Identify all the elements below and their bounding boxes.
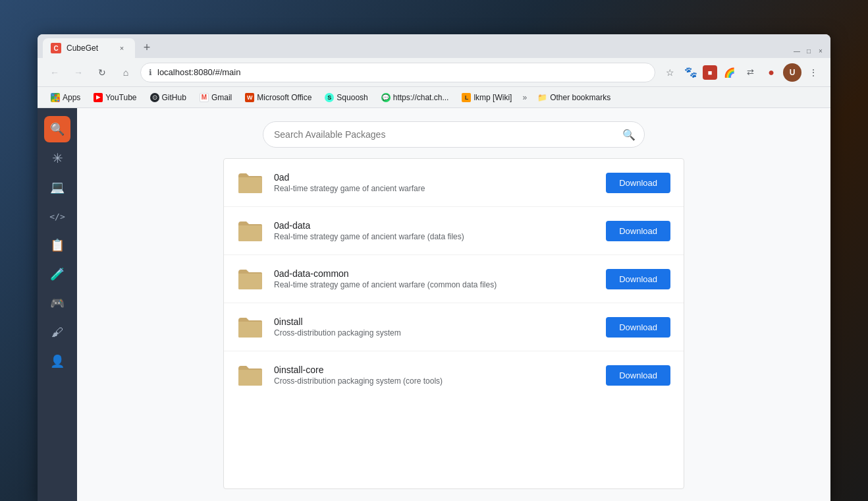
search-input[interactable] xyxy=(263,121,645,148)
navigation-bar: ← → ↻ ⌂ ℹ localhost:8080/#/main ☆ 🐾 ■ 🌈 … xyxy=(38,58,830,87)
download-button-0ad-data-common[interactable]: Download xyxy=(606,269,670,289)
search-icon: 🔍 xyxy=(50,122,65,136)
bookmark-lkmp[interactable]: L lkmp [Wiki] xyxy=(456,92,517,103)
bookmark-gmail[interactable]: M Gmail xyxy=(194,92,237,103)
packages-list: 0ad Real-time strategy game of ancient w… xyxy=(223,158,684,489)
package-name-0install-core: 0install-core xyxy=(274,365,595,375)
package-icon-0install xyxy=(237,314,263,340)
main-content-area: 🔍 0ad Real-time strategy game of ancient… xyxy=(77,108,830,501)
close-button[interactable]: × xyxy=(816,46,825,55)
package-info-0ad: 0ad Real-time strategy game of ancient w… xyxy=(274,172,595,193)
home-button[interactable]: ⌂ xyxy=(117,63,135,82)
bookmark-lkmp-label: lkmp [Wiki] xyxy=(474,93,512,102)
package-icon-0ad-data xyxy=(237,218,263,244)
other-bookmarks-label: Other bookmarks xyxy=(550,93,610,102)
page-content: 🔍 ✳ 💻 </> 📋 🧪 🎮 🖌 xyxy=(38,108,830,501)
laptop-icon: 💻 xyxy=(50,180,65,194)
gnome-ext-icon[interactable]: 🐾 xyxy=(682,63,700,82)
tab-favicon: C xyxy=(51,43,61,53)
bookmark-apps[interactable]: Apps xyxy=(45,92,86,103)
minimize-button[interactable]: — xyxy=(792,46,801,55)
gmail-favicon: M xyxy=(200,93,209,102)
squoosh-favicon: S xyxy=(325,93,334,102)
download-button-0ad-data[interactable]: Download xyxy=(606,221,670,241)
ext5-icon[interactable]: ● xyxy=(762,63,780,82)
other-bookmarks[interactable]: 📁 Other bookmarks xyxy=(532,92,616,103)
bookmark-youtube[interactable]: ▶ YouTube xyxy=(88,92,142,103)
download-button-0install[interactable]: Download xyxy=(606,317,670,338)
gamepad-icon: 🎮 xyxy=(50,296,65,310)
profile-avatar[interactable]: U xyxy=(783,63,801,82)
download-button-0install-core[interactable]: Download xyxy=(606,365,670,386)
bookmarks-bar: Apps ▶ YouTube ⊙ GitHub M Gmail W Micros… xyxy=(38,87,830,108)
folder-icon: 📁 xyxy=(537,93,547,102)
package-name-0install: 0install xyxy=(274,316,595,327)
package-desc-0ad-data: Real-time strategy game of ancient warfa… xyxy=(274,232,595,241)
search-wrapper: 🔍 xyxy=(263,121,645,148)
bookmark-star-button[interactable]: ☆ xyxy=(661,63,679,82)
reload-button[interactable]: ↻ xyxy=(93,63,111,82)
search-magnifier-icon: 🔍 xyxy=(622,129,636,141)
bookmarks-more-button[interactable]: » xyxy=(520,92,529,103)
bookmark-squoosh-label: Squoosh xyxy=(337,93,367,102)
nav-icons: ☆ 🐾 ■ 🌈 ⇄ ● U ⋮ xyxy=(661,63,823,82)
person-icon: 👤 xyxy=(50,354,65,368)
sidebar-item-person[interactable]: 👤 xyxy=(44,348,70,374)
book-icon: 📋 xyxy=(50,238,65,252)
new-tab-button[interactable]: + xyxy=(138,38,156,57)
window-controls: — □ × xyxy=(792,46,825,55)
github-favicon: ⊙ xyxy=(150,93,159,102)
maximize-button[interactable]: □ xyxy=(804,46,813,55)
active-tab[interactable]: C CubeGet × xyxy=(43,38,135,58)
ext4-icon[interactable]: ⇄ xyxy=(741,63,759,82)
sidebar: 🔍 ✳ 💻 </> 📋 🧪 🎮 🖌 xyxy=(38,108,77,501)
office-favicon: W xyxy=(245,93,254,102)
more-button[interactable]: ⋮ xyxy=(804,63,823,82)
ext3-icon[interactable]: 🌈 xyxy=(720,63,738,82)
sidebar-item-book[interactable]: 📋 xyxy=(44,232,70,258)
forward-button[interactable]: → xyxy=(69,63,88,82)
sidebar-item-asterisk[interactable]: ✳ xyxy=(44,145,70,171)
sidebar-item-laptop[interactable]: 💻 xyxy=(44,174,70,200)
bookmark-chat[interactable]: 💬 https://chat.ch... xyxy=(376,92,454,103)
address-bar[interactable]: ℹ localhost:8080/#/main xyxy=(140,63,655,82)
bookmark-github[interactable]: ⊙ GitHub xyxy=(145,92,192,103)
sidebar-item-gamepad[interactable]: 🎮 xyxy=(44,290,70,316)
package-desc-0install-core: Cross-distribution packaging system (cor… xyxy=(274,376,595,386)
ext2-icon[interactable]: ■ xyxy=(703,65,717,80)
address-text: localhost:8080/#/main xyxy=(157,67,240,77)
bookmark-msoffice[interactable]: W Microsoft Office xyxy=(240,92,317,103)
bookmark-github-label: GitHub xyxy=(162,93,186,102)
sidebar-item-lab[interactable]: 🧪 xyxy=(44,261,70,287)
package-desc-0install: Cross-distribution packaging system xyxy=(274,328,595,338)
package-icon-0ad-data-common xyxy=(237,266,263,292)
package-icon-0ad xyxy=(237,169,263,196)
youtube-favicon: ▶ xyxy=(94,93,103,102)
package-info-0install: 0install Cross-distribution packaging sy… xyxy=(274,316,595,338)
bookmark-gmail-label: Gmail xyxy=(211,93,232,102)
package-desc-0ad: Real-time strategy game of ancient warfa… xyxy=(274,184,595,193)
download-button-0ad[interactable]: Download xyxy=(606,173,670,193)
sidebar-item-brush[interactable]: 🖌 xyxy=(44,319,70,345)
bookmark-msoffice-label: Microsoft Office xyxy=(257,93,312,102)
tab-close-button[interactable]: × xyxy=(117,43,127,53)
package-item-0ad-data: 0ad-data Real-time strategy game of anci… xyxy=(224,207,684,255)
secure-icon: ℹ xyxy=(149,68,152,77)
search-container: 🔍 xyxy=(263,121,645,148)
bookmark-squoosh[interactable]: S Squoosh xyxy=(319,92,373,103)
browser-window: C CubeGet × + — □ × ← → ↻ ⌂ ℹ localhost:… xyxy=(38,34,830,501)
package-name-0ad-data-common: 0ad-data-common xyxy=(274,268,595,279)
asterisk-icon: ✳ xyxy=(52,150,63,166)
sidebar-item-code[interactable]: </> xyxy=(44,203,70,229)
bookmark-apps-label: Apps xyxy=(63,93,80,102)
package-icon-0install-core xyxy=(237,362,263,388)
package-info-0install-core: 0install-core Cross-distribution packagi… xyxy=(274,365,595,386)
package-item-0install: 0install Cross-distribution packaging sy… xyxy=(224,303,684,351)
package-item-0ad-data-common: 0ad-data-common Real-time strategy game … xyxy=(224,255,684,303)
back-button[interactable]: ← xyxy=(45,63,64,82)
tab-bar: C CubeGet × + — □ × xyxy=(38,34,830,58)
bookmark-youtube-label: YouTube xyxy=(105,93,136,102)
brush-icon: 🖌 xyxy=(51,326,63,339)
sidebar-item-search[interactable]: 🔍 xyxy=(44,116,70,142)
code-icon: </> xyxy=(49,212,65,221)
